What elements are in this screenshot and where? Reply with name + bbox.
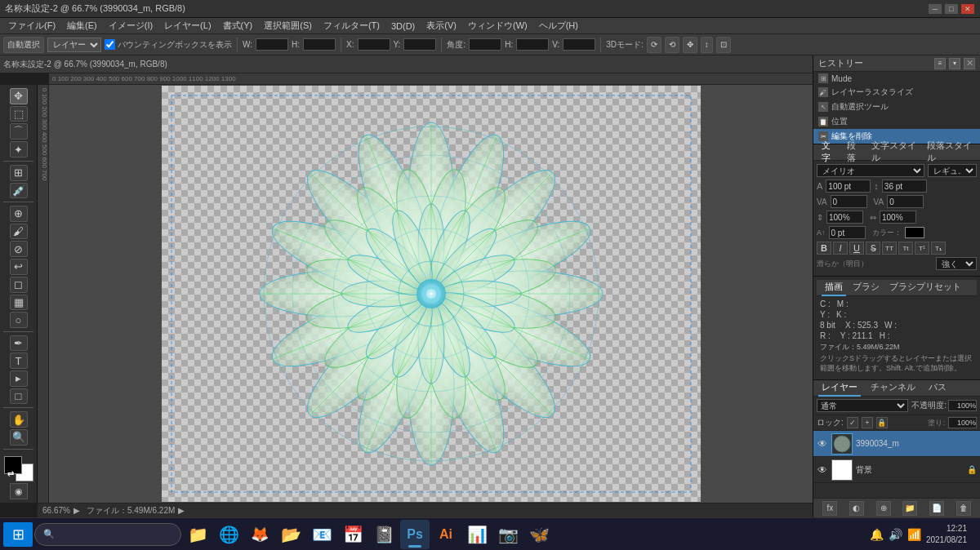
3d-pan-btn[interactable]: ✥ [683,37,697,53]
text-color-swatch[interactable] [905,227,924,238]
new-layer-btn[interactable]: 📄 [929,501,944,516]
close-button[interactable]: ✕ [960,3,975,15]
add-mask-btn[interactable]: ◐ [849,501,864,516]
char-tab-paragraph[interactable]: 段落 [844,138,866,167]
move-tool[interactable]: ✥ [10,88,28,104]
layer-item-2[interactable]: 👁 背景 🔒 [813,457,980,483]
transform-w-input[interactable] [256,38,288,51]
menu-edit[interactable]: 編集(E) [62,18,102,33]
taskbar-butterfly[interactable]: 🦋 [524,520,554,549]
layers-tab-channels[interactable]: チャンネル [867,380,919,397]
history-panel-close-btn[interactable]: ✕ [964,58,975,69]
tray-icon-2[interactable]: 🔊 [889,528,902,541]
taskbar-firefox[interactable]: 🦊 [245,520,274,549]
show-desktop-btn[interactable] [972,520,977,549]
menu-filter[interactable]: フィルター(T) [318,18,385,33]
leading-input[interactable] [882,180,927,193]
crop-tool[interactable]: ⊞ [10,165,28,181]
baseline-input[interactable] [829,226,866,239]
pen-tool[interactable]: ✒ [10,335,28,352]
char-tab-char-style[interactable]: 文字スタイル [868,138,920,167]
canvas[interactable] [162,86,701,502]
new-group-btn[interactable]: 📁 [902,501,917,516]
transform-angle-input[interactable] [469,38,501,51]
clone-tool[interactable]: ⊘ [10,241,28,257]
eyedropper-tool[interactable]: 💉 [10,183,28,199]
taskbar-folder[interactable]: 📂 [276,520,305,549]
minimize-button[interactable]: ─ [928,3,942,15]
menu-image[interactable]: イメージ(I) [104,18,158,33]
history-item-1[interactable]: ⊞ Mude [813,72,980,85]
allcaps-btn[interactable]: TT [882,242,897,255]
menu-type[interactable]: 書式(Y) [218,18,258,33]
italic-btn[interactable]: I [833,242,848,255]
taskbar-onenote[interactable]: 📓 [369,520,399,549]
history-item-3[interactable]: ↖ 自動選択ツール [813,100,980,114]
underline-btn[interactable]: U [849,242,864,255]
lasso-tool[interactable]: ⌒ [10,123,28,140]
3d-roll-btn[interactable]: ⟲ [665,37,679,53]
taskbar-excel[interactable]: 📊 [462,520,492,549]
history-panel-options-btn[interactable]: ▾ [949,58,960,69]
menu-file[interactable]: ファイル(F) [3,18,60,33]
start-button[interactable]: ⊞ [3,522,33,547]
antialias-select[interactable]: 強く [936,257,977,270]
bold-btn[interactable]: B [817,242,831,255]
taskbar-chrome[interactable]: 🌐 [214,520,243,549]
font-select[interactable]: メイリオ [817,164,924,177]
add-fx-btn[interactable]: fx [822,501,837,516]
taskbar-mail[interactable]: 📧 [307,520,336,549]
smallcaps-btn[interactable]: Tt [898,242,913,255]
menu-help[interactable]: ヘルプ(H) [534,18,583,33]
menu-select[interactable]: 選択範囲(S) [259,18,317,33]
type-tool[interactable]: T [10,353,28,369]
taskbar-ai[interactable]: Ai [431,520,461,549]
transform-h-input[interactable] [303,38,336,51]
font-style-select[interactable]: レギュ... [928,164,977,177]
auto-select-btn[interactable]: 自動選択 [3,37,44,53]
3d-rotate-btn[interactable]: ⟳ [647,37,662,53]
menu-3d[interactable]: 3D(D) [386,20,420,33]
history-panel-menu-btn[interactable]: ≡ [934,58,946,69]
eraser-tool[interactable]: ◻ [10,277,28,293]
tracking-input[interactable] [887,195,924,208]
zoom-tool[interactable]: 🔍 [10,429,28,446]
char-tab-text[interactable]: 文字 [818,138,840,167]
menu-view[interactable]: 表示(V) [421,18,461,33]
taskbar-ps[interactable]: Ps [400,520,430,549]
delete-layer-btn[interactable]: 🗑 [956,501,971,516]
layer-1-visibility-btn[interactable]: 👁 [817,438,828,450]
history-brush-tool[interactable]: ↩ [10,259,28,275]
fill-input[interactable] [948,417,977,428]
brush-tab-brush[interactable]: ブラシ [849,279,883,296]
taskbar-explorer[interactable]: 📁 [183,520,212,549]
show-bounds-checkbox[interactable] [105,39,115,50]
hscale-input[interactable] [880,211,916,224]
transform-vskew-input[interactable] [563,38,595,51]
menu-window[interactable]: ウィンドウ(W) [463,18,532,33]
gradient-tool[interactable]: ▦ [10,295,28,311]
lock-all-btn[interactable]: 🔒 [876,417,888,428]
path-select-tool[interactable]: ▸ [10,370,28,387]
marquee-tool[interactable]: ⬚ [10,106,28,122]
superscript-btn[interactable]: T¹ [915,242,929,255]
tray-icon-3[interactable]: 📶 [907,528,921,541]
strikethrough-btn[interactable]: S̶ [866,242,880,255]
font-size-input[interactable] [826,180,871,193]
healing-tool[interactable]: ⊕ [10,206,28,222]
layer-item-1[interactable]: 👁 3990034_m [813,431,980,457]
history-item-4[interactable]: 📋 位置 [813,114,980,129]
quick-mask-btn[interactable]: ◉ [10,483,28,499]
layer-select[interactable]: レイヤー [47,38,101,52]
char-tab-para-style[interactable]: 段落スタイル [924,138,976,167]
taskbar-camera[interactable]: 📷 [493,520,523,549]
layers-tab-paths[interactable]: パス [925,380,950,397]
subscript-btn[interactable]: T₁ [931,242,946,255]
layer-2-visibility-btn[interactable]: 👁 [817,464,828,476]
magic-wand-tool[interactable]: ✦ [10,141,28,157]
history-item-2[interactable]: 🖌 レイヤーラスタライズ [813,85,980,100]
transform-hskew-input[interactable] [516,38,549,51]
kerning-input[interactable] [831,195,867,208]
3d-slide-btn[interactable]: ↕ [701,37,713,53]
transform-x-input[interactable] [358,38,390,51]
